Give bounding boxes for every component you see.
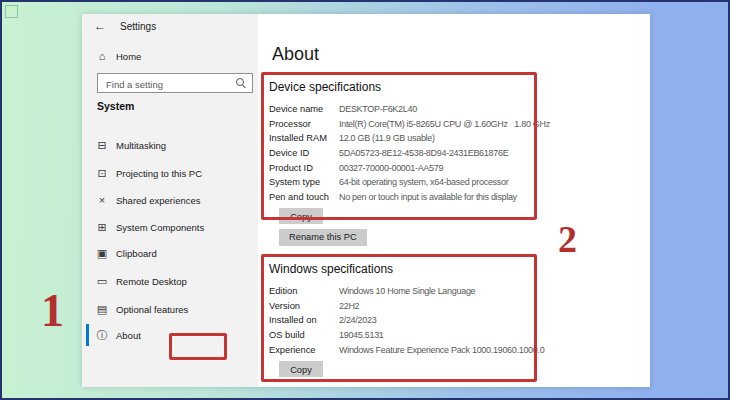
sidebar-item-system-components[interactable]: ⊞ System Components [82, 217, 258, 237]
spec-row: Installed RAM 12.0 GB (11.9 GB usable) [269, 131, 537, 146]
sidebar-item-label: Multitasking [116, 140, 166, 151]
spec-value: 12.0 GB (11.9 GB usable) [339, 133, 435, 143]
windows-specs-heading: Windows specifications [269, 262, 537, 276]
sidebar-item-home[interactable]: ⌂ Home [82, 46, 258, 66]
sidebar-item-about[interactable]: ⓘ About [82, 325, 258, 345]
spec-value: 5DA05723-8E12-4538-8D94-2431EB61876E [339, 148, 508, 158]
rename-pc-button[interactable]: Rename this PC [279, 229, 367, 246]
spec-value: Intel(R) Core(TM) i5-8265U CPU @ 1.60GHz… [339, 119, 550, 129]
device-specs-heading: Device specifications [269, 80, 537, 94]
spec-row: Device ID 5DA05723-8E12-4538-8D94-2431EB… [269, 146, 537, 161]
settings-window: ← Settings ⌂ Home System ⊟ Multitasking … [82, 14, 650, 387]
sidebar-item-label: Home [116, 51, 141, 62]
sidebar-item-label: Shared experiences [116, 195, 201, 206]
spec-value: 22H2 [339, 301, 359, 311]
projecting-icon: ⊡ [94, 163, 110, 183]
sidebar-item-multitasking[interactable]: ⊟ Multitasking [82, 135, 258, 155]
spec-row: Version 22H2 [269, 299, 537, 314]
screenshot-canvas: ← Settings ⌂ Home System ⊟ Multitasking … [0, 0, 730, 400]
spec-row: Installed on 2/24/2023 [269, 313, 537, 328]
spec-row: OS build 19045.5131 [269, 328, 537, 343]
spec-label: Experience [269, 345, 339, 355]
spec-label: OS build [269, 330, 339, 340]
spec-label: Product ID [269, 163, 339, 173]
spec-value: 00327-70000-00001-AA579 [339, 163, 443, 173]
spec-row: Device name DESKTOP-F6K2L40 [269, 102, 537, 117]
spec-row: Experience Windows Feature Experience Pa… [269, 342, 537, 357]
system-components-icon: ⊞ [94, 217, 110, 237]
spec-label: Pen and touch [269, 192, 339, 202]
sidebar: ← Settings ⌂ Home System ⊟ Multitasking … [82, 14, 258, 387]
search-icon [236, 78, 244, 86]
remote-desktop-icon: ▭ [94, 271, 110, 291]
sidebar-item-projecting[interactable]: ⊡ Projecting to this PC [82, 163, 258, 183]
spec-value: 2/24/2023 [339, 315, 376, 325]
spec-row: Edition Windows 10 Home Single Language [269, 284, 537, 299]
spec-label: Version [269, 301, 339, 311]
spec-row: Processor Intel(R) Core(TM) i5-8265U CPU… [269, 117, 537, 132]
spec-value: DESKTOP-F6K2L40 [339, 104, 417, 114]
sidebar-item-remote-desktop[interactable]: ▭ Remote Desktop [82, 271, 258, 291]
device-specifications-section: Device specifications Device name DESKTO… [261, 72, 537, 220]
spec-label: Device ID [269, 148, 339, 158]
clipboard-icon: ▣ [94, 243, 110, 263]
multitasking-icon: ⊟ [94, 135, 110, 155]
spec-value: Windows Feature Experience Pack 1000.190… [339, 345, 544, 355]
spec-label: Edition [269, 286, 339, 296]
device-specs-rows: Device name DESKTOP-F6K2L40 Processor In… [269, 102, 537, 204]
copy-device-specs-button[interactable]: Copy [279, 208, 323, 224]
spec-row: Product ID 00327-70000-00001-AA579 [269, 160, 537, 175]
sidebar-item-label: System Components [116, 222, 204, 233]
sidebar-item-label: Optional features [116, 304, 188, 315]
spec-label: System type [269, 177, 339, 187]
window-title: Settings [120, 21, 156, 32]
spec-row: Pen and touch No pen or touch input is a… [269, 190, 537, 205]
sidebar-item-optional-features[interactable]: ▤ Optional features [82, 299, 258, 319]
windows-specifications-section: Windows specifications Edition Windows 1… [261, 254, 537, 382]
optional-features-icon: ▤ [94, 299, 110, 319]
sidebar-item-label: Projecting to this PC [116, 168, 202, 179]
titlebar: ← Settings [82, 18, 258, 36]
selected-item-accent-bar [86, 324, 89, 346]
spec-value: No pen or touch input is available for t… [339, 192, 517, 202]
search-box [97, 73, 253, 93]
spec-value: 64-bit operating system, x64-based proce… [339, 177, 508, 187]
spec-value: 19045.5131 [339, 330, 384, 340]
spec-label: Installed RAM [269, 133, 339, 143]
about-icon: ⓘ [94, 325, 110, 345]
spec-value: Windows 10 Home Single Language [339, 286, 475, 296]
sidebar-item-label: Clipboard [116, 248, 157, 259]
sidebar-item-label: About [116, 330, 141, 341]
page-title: About [272, 44, 319, 65]
main-content: About Device specifications Device name … [258, 14, 650, 387]
shared-experiences-icon: × [94, 190, 110, 210]
home-icon: ⌂ [94, 46, 110, 66]
spec-label: Installed on [269, 315, 339, 325]
corner-logo-mark [5, 5, 18, 18]
annotation-number-2: 2 [558, 220, 577, 258]
sidebar-item-clipboard[interactable]: ▣ Clipboard [82, 243, 258, 263]
sidebar-item-label: Remote Desktop [116, 276, 187, 287]
windows-specs-rows: Edition Windows 10 Home Single Language … [269, 284, 537, 357]
copy-windows-specs-button[interactable]: Copy [279, 361, 323, 377]
spec-row: System type 64-bit operating system, x64… [269, 175, 537, 190]
annotation-number-1: 1 [41, 288, 64, 334]
spec-label: Processor [269, 119, 339, 129]
back-arrow-icon[interactable]: ← [94, 19, 106, 33]
sidebar-item-shared-experiences[interactable]: × Shared experiences [82, 190, 258, 210]
sidebar-section-header: System [97, 100, 134, 112]
spec-label: Device name [269, 104, 339, 114]
search-input[interactable] [104, 75, 236, 93]
